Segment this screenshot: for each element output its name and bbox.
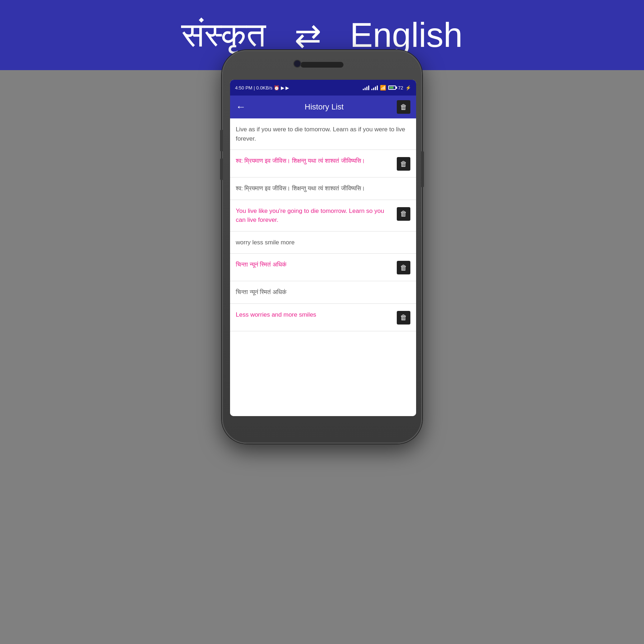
volume-up-button[interactable] <box>220 130 223 151</box>
phone-mockup: 4:50 PM | 0.0KB/s ⏰ ▶ ▶ <box>222 50 422 444</box>
volume-down-button[interactable] <box>220 158 223 180</box>
list-item: Less worries and more smiles 🗑 <box>230 304 416 331</box>
status-bar: 4:50 PM | 0.0KB/s ⏰ ▶ ▶ <box>230 80 416 96</box>
clear-all-button[interactable]: 🗑 <box>397 100 410 114</box>
phone-camera <box>293 60 301 68</box>
item-text: चिन्ता न्यूनं स्मितं अधिकं <box>236 288 410 297</box>
phone-shell: 4:50 PM | 0.0KB/s ⏰ ▶ ▶ <box>222 50 422 444</box>
target-language: English <box>350 15 463 55</box>
status-data: | 0.0KB/s ⏰ ▶ ▶ <box>254 85 289 91</box>
app-title: History List <box>252 102 397 112</box>
delete-button[interactable]: 🗑 <box>397 157 410 171</box>
back-button[interactable]: ← <box>236 101 246 113</box>
item-text-translated: श्व: म्रियमाण इव जीविस। शिक्षन्तु यथा त्… <box>236 156 393 166</box>
trash-icon: 🗑 <box>400 313 407 322</box>
item-text-translated: चिन्ता न्यूनं स्मितं अधिकं <box>236 260 393 269</box>
status-indicators: 📶 72 ⚡ <box>363 85 411 91</box>
item-text-translated: Less worries and more smiles <box>236 310 393 319</box>
trash-icon: 🗑 <box>400 160 407 168</box>
item-text: Live as if you were to die tomorrow. Lea… <box>236 125 410 143</box>
delete-button[interactable]: 🗑 <box>397 261 410 274</box>
charging-icon: ⚡ <box>405 85 411 91</box>
battery-percent: 72 <box>398 85 403 91</box>
list-item: worry less smile more <box>230 231 416 254</box>
item-text: श्व: म्रियमाण इव जीविस। शिक्षन्तु यथा त्… <box>236 184 410 193</box>
item-text: worry less smile more <box>236 238 410 247</box>
list-item: Live as if you were to die tomorrow. Lea… <box>230 118 416 150</box>
item-text-translated: You live like you're going to die tomorr… <box>236 206 393 225</box>
list-item: You live like you're going to die tomorr… <box>230 200 416 231</box>
phone-speaker <box>301 62 343 68</box>
trash-icon: 🗑 <box>400 210 407 218</box>
signal-bars-1 <box>363 85 369 90</box>
phone-screen: 4:50 PM | 0.0KB/s ⏰ ▶ ▶ <box>230 80 416 416</box>
list-item: श्व: म्रियमाण इव जीविस। शिक्षन्तु यथा त्… <box>230 150 416 177</box>
swap-icon[interactable]: ⇄ <box>294 16 321 54</box>
wifi-icon: 📶 <box>380 85 386 91</box>
list-item: चिन्ता न्यूनं स्मितं अधिकं <box>230 281 416 304</box>
signal-bars-2 <box>371 85 378 90</box>
delete-button[interactable]: 🗑 <box>397 311 410 325</box>
app-bar: ← History List 🗑 <box>230 96 416 118</box>
status-time-data: 4:50 PM | 0.0KB/s ⏰ ▶ ▶ <box>235 85 289 91</box>
trash-icon: 🗑 <box>400 103 407 111</box>
delete-button[interactable]: 🗑 <box>397 207 410 221</box>
battery-icon <box>388 86 396 90</box>
list-item: चिन्ता न्यूनं स्मितं अधिकं 🗑 <box>230 254 416 281</box>
power-button[interactable] <box>421 151 424 187</box>
status-time: 4:50 PM <box>235 85 252 91</box>
source-language: संस्कृत <box>181 15 266 55</box>
history-list: Live as if you were to die tomorrow. Lea… <box>230 118 416 416</box>
list-item: श्व: म्रियमाण इव जीविस। शिक्षन्तु यथा त्… <box>230 177 416 200</box>
trash-icon: 🗑 <box>400 264 407 272</box>
